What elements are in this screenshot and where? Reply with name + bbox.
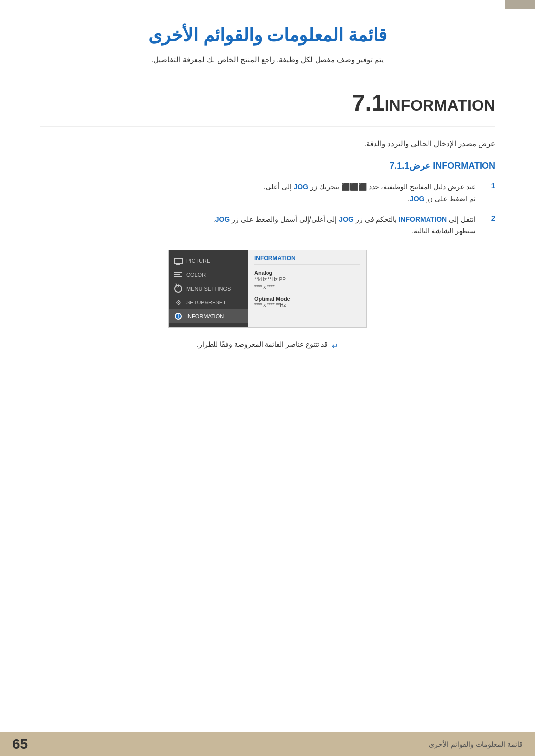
menu-item-picture-label: PICTURE [186,258,210,264]
menu-item-picture: PICTURE [169,254,248,268]
menu-item-color: COLOR [169,268,248,282]
info-row-optimal: Optimal Mode **** x **** **Hz [254,296,360,309]
information-icon: i [174,313,183,320]
subsection-number: 7.1.1 [389,161,409,171]
step-2-text: انتقل إلى INFORMATION بالتحكم في زر JOG … [40,214,476,238]
section-7-1-title: INFORMATION [385,97,495,115]
steps-container: 1 عند عرض دليل المفاتيح الوظيفية، حدد ⬛⬛… [40,181,495,237]
info-panel-title: INFORMATION [254,255,360,265]
info-row-analog: Analog **kHz **Hz PP **** x **** [254,270,360,291]
section-7-1-desc: عرض مصدر الإدخال الحالي والتردد والدقة. [40,139,495,148]
page-subtitle: يتم توفير وصف مفصل لكل وظيفة. راجع المنت… [40,55,495,64]
step-2: 2 انتقل إلى INFORMATION بالتحكم في زر JO… [40,214,495,238]
menu-item-information: i INFORMATION [169,309,248,323]
color-icon [174,271,183,278]
menu-item-menu-settings: MENU SETTINGS [169,282,248,296]
subsection-7-1-1-header: 7.1.1 عرض INFORMATION [40,160,495,171]
menu-item-setup-reset-label: SETUP&RESET [186,300,226,305]
subsection-title: عرض INFORMATION [409,160,495,171]
menu-item-setup-reset: ⚙ SETUP&RESET [169,296,248,309]
menu-settings-icon [174,285,183,292]
menu-item-information-label: INFORMATION [186,313,224,319]
section-divider [40,126,495,127]
info-panel: INFORMATION Analog **kHz **Hz PP **** x … [248,250,366,327]
step-1-number: 1 [481,181,495,190]
note-text: قد تتنوع عناصر القائمة المعروضة وفقًا لل… [197,340,328,348]
info-row-analog-label: Analog [254,270,360,276]
footer-text: قائمة المعلومات والقوائم الأخرى [429,740,523,748]
menu-panel: PICTURE COLOR MENU SETTINGS [169,250,248,327]
section-7-1-header: 7.1 INFORMATION [40,89,495,116]
monitor-screenshot: PICTURE COLOR MENU SETTINGS [40,250,495,328]
footer-page-number: 65 [12,736,28,752]
step-2-number: 2 [481,214,495,222]
note-section: ↵ قد تتنوع عناصر القائمة المعروضة وفقًا … [40,340,495,351]
note-icon: ↵ [332,341,338,351]
step-1: 1 عند عرض دليل المفاتيح الوظيفية، حدد ⬛⬛… [40,181,495,205]
section-7-1-number: 7.1 [352,89,385,116]
footer: قائمة المعلومات والقوائم الأخرى 65 [0,732,535,756]
picture-icon [174,257,183,264]
info-row-optimal-value: **** x **** **Hz [254,302,360,309]
monitor-box: PICTURE COLOR MENU SETTINGS [168,250,367,328]
info-row-analog-value: **kHz **Hz PP **** x **** [254,276,360,291]
info-row-optimal-label: Optimal Mode [254,296,360,302]
step-1-text: عند عرض دليل المفاتيح الوظيفية، حدد ⬛⬛⬛ … [40,181,476,205]
menu-item-menu-settings-label: MENU SETTINGS [186,286,231,292]
setup-icon: ⚙ [174,299,183,306]
page-title: قائمة المعلومات والقوائم الأخرى [40,25,495,46]
menu-item-color-label: COLOR [186,272,206,278]
top-decorative-strip [505,0,535,9]
